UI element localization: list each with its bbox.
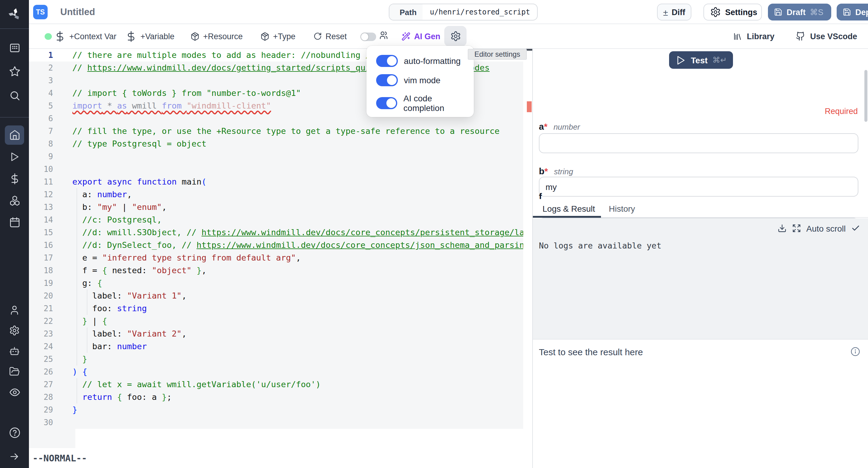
user-icon: [9, 304, 20, 315]
code-line-23[interactable]: 23 label: "Variant 2",: [29, 327, 532, 340]
run-panel: Test ⌘↵ a*number Required b*string my es…: [532, 49, 868, 468]
toolbar-contextvar-button[interactable]: +Context Var: [54, 24, 116, 48]
toolbar-reset-button[interactable]: Reset: [313, 24, 347, 48]
field-label-a: a*number: [539, 121, 580, 131]
code-line-16[interactable]: 16 //d: DynSelect_foo, // https://www.wi…: [29, 239, 532, 252]
sidebar-item-resources[interactable]: [0, 195, 29, 206]
sidebar-item-schedules[interactable]: [0, 216, 29, 228]
library-icon: [733, 32, 742, 41]
draft-button[interactable]: Draft ⌘S: [768, 4, 831, 21]
code-line-19[interactable]: 19 g: {: [29, 277, 532, 290]
sidebar-item-collapse[interactable]: [0, 451, 29, 462]
sidebar-item-user[interactable]: [0, 304, 29, 315]
sidebar: [0, 0, 29, 468]
code-line-14[interactable]: 14 //c: Postgresql,: [29, 213, 532, 226]
sidebar-item-help[interactable]: [0, 427, 29, 438]
line-number: 3: [29, 74, 53, 87]
code-line-25[interactable]: 25 }: [29, 353, 532, 365]
package-icon: [190, 32, 199, 41]
path-widget[interactable]: Path u/henri/restored_script: [389, 4, 538, 21]
ai-assistant-toggle[interactable]: [361, 33, 376, 41]
github-icon: [796, 31, 805, 41]
code-line-26[interactable]: 26) {: [29, 365, 532, 378]
toolbar-type-button[interactable]: +Type: [260, 24, 296, 48]
sidebar-item-workers[interactable]: [0, 346, 29, 356]
check-icon[interactable]: [851, 224, 860, 233]
sidebar-item-folders[interactable]: [0, 366, 29, 377]
editor-below-content: [75, 429, 524, 448]
code-line-24[interactable]: 24 bar: number: [29, 340, 532, 353]
plus-minus-icon: ±: [663, 7, 668, 17]
sidebar-divider: [0, 28, 29, 29]
menu-item-vim-mode[interactable]: vim mode: [376, 74, 440, 86]
code-line-7[interactable]: 7// fill the type, or use the +Resource …: [29, 125, 532, 138]
code-line-8[interactable]: 8// type Postgresql = object: [29, 138, 532, 150]
code-line-13[interactable]: 13 b: "my" | "enum",: [29, 201, 532, 213]
sidebar-item-variables[interactable]: [0, 173, 29, 184]
sidebar-item-apps[interactable]: [0, 42, 29, 54]
code-line-10[interactable]: 10: [29, 163, 532, 175]
test-button[interactable]: Test ⌘↵: [669, 51, 733, 69]
code-line-15[interactable]: 15 //d: wmill.S3Object, // https://www.w…: [29, 226, 532, 239]
menu-item-ai-code-completion[interactable]: AI code completion: [376, 93, 474, 113]
toggle-on[interactable]: [376, 74, 398, 86]
sidebar-item-favorites[interactable]: [0, 66, 29, 77]
tab-history[interactable]: History: [609, 199, 635, 218]
deploy-button[interactable]: Deploy: [837, 4, 868, 21]
code-line-18[interactable]: 18 f = { nested: "object" },: [29, 264, 532, 277]
schedules-icon: [9, 216, 20, 228]
toolbar-variable-button[interactable]: +Variable: [125, 24, 175, 48]
sidebar-item-search[interactable]: [0, 90, 29, 101]
code-line-9[interactable]: 9: [29, 150, 532, 163]
download-icon[interactable]: [777, 224, 786, 233]
expand-icon[interactable]: [792, 224, 801, 233]
line-number: 8: [29, 138, 53, 150]
sidebar-item-audit-logs[interactable]: [0, 387, 29, 398]
code-line-30[interactable]: 30: [29, 416, 532, 429]
menu-item-auto-formatting[interactable]: auto-formatting: [376, 55, 461, 67]
sidebar-item-windmill-logo[interactable]: [0, 7, 29, 22]
script-title: Untitled: [60, 7, 95, 18]
path-edit-button[interactable]: Path: [390, 4, 423, 20]
sidebar-item-runs[interactable]: [0, 151, 29, 162]
path-value[interactable]: u/henri/restored_script: [423, 4, 537, 20]
code-line-27[interactable]: 27 // let x = await wmill.getVariable('u…: [29, 378, 532, 391]
toggle-on[interactable]: [376, 55, 398, 67]
line-number: 13: [29, 201, 53, 213]
ai-gen-button[interactable]: AI Gen: [401, 24, 440, 48]
autoscroll-label[interactable]: Auto scroll: [806, 224, 846, 233]
use-vscode-button[interactable]: Use VScode: [796, 24, 857, 48]
code-line-17[interactable]: 17 e = "inferred type string from defaul…: [29, 252, 532, 264]
sidebar-item-workspace-settings[interactable]: [0, 325, 29, 336]
diff-button[interactable]: ± Diff: [657, 4, 691, 21]
toggle-on[interactable]: [376, 97, 398, 109]
line-number: 2: [29, 61, 53, 74]
audit-logs-icon: [9, 387, 20, 398]
editor-settings-button[interactable]: [444, 26, 467, 47]
info-icon[interactable]: [850, 347, 860, 356]
code-line-11[interactable]: 11export async function main(: [29, 175, 532, 188]
field-input-a[interactable]: [539, 133, 858, 153]
code-line-12[interactable]: 12 a: number,: [29, 188, 532, 201]
line-number: 23: [29, 327, 53, 340]
tab-logs-result[interactable]: Logs & Result: [542, 199, 595, 218]
library-button[interactable]: Library: [733, 24, 775, 48]
code-line-20[interactable]: 20 label: "Variant 1",: [29, 290, 532, 302]
panel-scrollbar-thumb[interactable]: [864, 70, 867, 122]
code-line-22[interactable]: 22 } | {: [29, 315, 532, 327]
editor-settings-tooltip: Editor settings: [468, 49, 527, 60]
toolbar-resource-button[interactable]: +Resource: [190, 24, 243, 48]
test-shortcut: ⌘↵: [712, 56, 727, 64]
line-number: 9: [29, 150, 53, 163]
gear-icon: [450, 31, 461, 41]
runs-icon: [9, 151, 20, 162]
sidebar-item-home[interactable]: [0, 129, 29, 141]
people-icon: [379, 31, 388, 40]
code-line-28[interactable]: 28 return { foo: a };: [29, 391, 532, 404]
code-line-29[interactable]: 29}: [29, 404, 532, 416]
settings-button[interactable]: Settings: [704, 4, 762, 21]
line-number: 28: [29, 391, 53, 404]
favorites-icon: [9, 66, 20, 77]
save-icon: [774, 8, 782, 16]
code-line-21[interactable]: 21 foo: string: [29, 302, 532, 315]
